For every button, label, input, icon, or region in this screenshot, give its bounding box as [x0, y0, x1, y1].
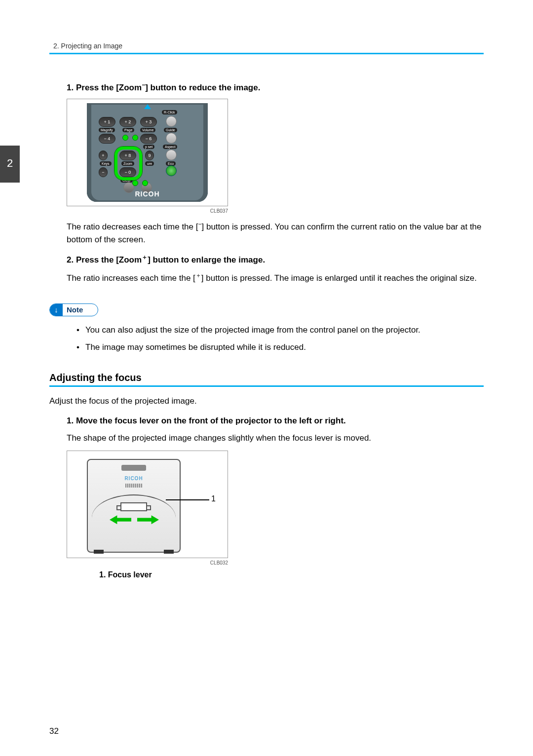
step-1-body: The ratio decreases each time the [−] bu…	[67, 220, 484, 246]
step-focus-1: 1. Move the focus lever on the front of …	[67, 416, 484, 579]
figure-projector-caption: CLB032	[67, 560, 228, 566]
remote-btn-plus2: + 2	[119, 117, 136, 127]
remote-btn-rclick	[166, 116, 177, 127]
label-page: Page	[122, 128, 134, 132]
callout-number: 1	[211, 494, 216, 503]
projector-body: RICOH	[87, 459, 181, 553]
projector-foot-left	[94, 550, 104, 554]
figure-remote-caption: CLB037	[67, 208, 228, 214]
projector-top-bar	[121, 465, 146, 471]
header-rule	[49, 53, 484, 54]
note-item-1: You can also adjust the size of the proj…	[76, 323, 484, 338]
note-list: You can also adjust the size of the proj…	[76, 323, 484, 355]
label-pset: p set	[143, 145, 154, 149]
label-guide: Guide	[164, 128, 177, 132]
plus-superscript: ＋	[142, 254, 148, 261]
step-2: 2. Press the [Zoom＋] button to enlarge t…	[67, 253, 484, 285]
remote-btn-plus-left: +	[99, 151, 108, 160]
highlight-dot-2	[132, 135, 138, 141]
nav-up-icon	[144, 104, 151, 109]
remote-btn-minus6: − 6	[140, 134, 157, 144]
step-1-title-a: Press the [Zoom	[76, 83, 142, 92]
focus-sub-item: 1. Focus lever	[99, 570, 484, 579]
label-keys: Keys	[100, 161, 112, 166]
note-label: Note	[63, 305, 83, 314]
step-focus-1-body: The shape of the projected image changes…	[67, 432, 484, 445]
label-magnify: Magnify	[99, 128, 115, 132]
callout-line	[166, 499, 209, 500]
remote-btn-eco	[166, 165, 177, 176]
remote-btn-minus4: − 4	[99, 134, 115, 144]
figure-remote: + 1 + 2 + 3 R-Click Magnify Page Volume …	[67, 99, 484, 214]
remote-btn-minus-left: −	[99, 167, 108, 177]
highlight-dot-4	[142, 180, 148, 186]
remote-btn-plus3: + 3	[140, 117, 157, 127]
section-rule	[49, 385, 484, 387]
running-header: 2. Projecting an Image	[49, 42, 484, 50]
step-focus-1-title: 1. Move the focus lever on the front of …	[67, 416, 484, 426]
figure-projector: RICOH 1 CLB032	[67, 451, 484, 566]
label-rclick: R-Click	[162, 110, 177, 114]
remote-btn-guide	[166, 133, 177, 144]
remote-btn-9: 9	[145, 151, 154, 160]
minus-superscript-inline: −	[198, 221, 201, 227]
step-2-num: 2.	[67, 255, 74, 265]
section-adjusting-focus-title: Adjusting the focus	[49, 372, 484, 383]
step-1-num: 1.	[67, 83, 74, 92]
projector-foot-right	[164, 550, 174, 554]
note-arrow-icon: ↓	[50, 303, 63, 316]
note-item-2: The image may sometimes be disrupted whi…	[76, 340, 484, 355]
section-intro: Adjust the focus of the projected image.	[49, 395, 484, 408]
remote-logo: RICOH	[87, 190, 208, 198]
page-number: 32	[49, 726, 59, 736]
highlight-zoom-ring	[114, 147, 142, 180]
step-1-title: 1. Press the [Zoom−] button to reduce th…	[67, 81, 484, 93]
label-volume: Volume	[140, 128, 155, 132]
focus-lever-icon	[120, 502, 147, 511]
projector-arc	[92, 494, 176, 529]
step-1: 1. Press the [Zoom−] button to reduce th…	[67, 81, 484, 246]
step-2-body: The ratio increases each time the [＋] bu…	[67, 271, 484, 285]
highlight-dot-1	[122, 135, 128, 141]
highlight-dot-3	[132, 180, 138, 186]
label-aspect: Aspect	[163, 145, 177, 149]
plus-superscript-inline: ＋	[195, 272, 201, 279]
step-1-title-b: ] button to reduce the image.	[145, 83, 260, 92]
remote-btn-plus1: + 1	[99, 117, 115, 127]
note-badge: ↓ Note	[49, 303, 98, 316]
remote-body: + 1 + 2 + 3 R-Click Magnify Page Volume …	[87, 103, 208, 202]
step-2-title: 2. Press the [Zoom＋] button to enlarge t…	[67, 253, 484, 265]
projector-vent	[125, 484, 142, 488]
projector-logo: RICOH	[88, 476, 180, 481]
remote-btn-aspect	[166, 150, 177, 160]
label-ure: ure	[145, 161, 154, 166]
